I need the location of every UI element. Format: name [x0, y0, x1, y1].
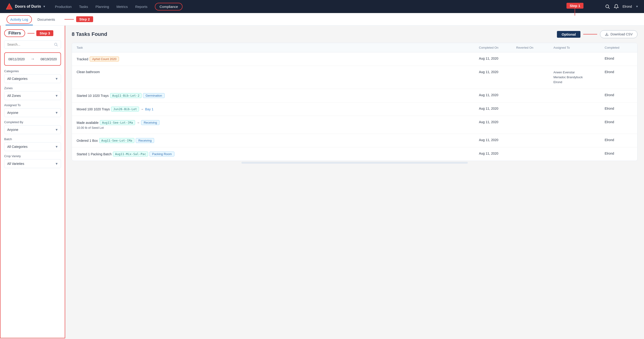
download-icon: [605, 32, 608, 36]
tab-activity-log[interactable]: Activity Log: [6, 14, 33, 26]
crop-variety-label: Crop Variety: [4, 154, 61, 158]
crop-variety-select-wrapper: All Varieties ▼: [4, 159, 61, 168]
nav-production[interactable]: Production: [55, 4, 72, 10]
assigned-to-filter: Assigned To Anyone ▼: [4, 104, 61, 117]
table-row: Clean bathroom Aug 11, 2020 Arwen Evenst…: [72, 66, 637, 89]
optional-badge: Optional: [557, 31, 580, 38]
date-from[interactable]: 08/11/2020: [8, 57, 25, 61]
batch-label: Batch: [4, 137, 61, 141]
task-tag-zone[interactable]: Receiving: [141, 120, 160, 125]
assigned-to-select[interactable]: Anyone: [4, 108, 61, 117]
completed-by-select[interactable]: Anyone: [4, 125, 61, 134]
zones-filter: Zones All Zones ▼: [4, 86, 61, 100]
task-cell: Clean bathroom: [76, 70, 479, 74]
search-input[interactable]: [7, 42, 54, 46]
search-icon[interactable]: [605, 4, 610, 9]
completed-on-cell: Aug 11, 2020: [479, 93, 516, 97]
completed-on-cell: Aug 11, 2020: [479, 138, 516, 142]
download-csv-label: Download CSV: [610, 32, 632, 36]
task-subtext: 10.00 lb of Seed Lot: [76, 126, 479, 130]
app-dropdown-icon[interactable]: ▼: [43, 5, 46, 8]
content-area: 8 Tasks Found Optional Download CSV: [65, 26, 644, 338]
task-text: Moved 100 1020 Trays: [76, 107, 110, 111]
batch-select-wrapper: All Categories ▼: [4, 142, 61, 151]
task-text: Made available: [76, 121, 98, 124]
task-cell: Tracked Aphid Count 2020: [76, 56, 479, 62]
main-layout: Filters Step 3 08/11/2020 → 08/19/2020 C…: [0, 26, 644, 338]
task-text: Ordered 1 Box: [76, 139, 98, 142]
batch-filter: Batch All Categories ▼: [4, 137, 61, 151]
step3-badge: Step 3: [36, 30, 53, 36]
zones-select-wrapper: All Zones ▼: [4, 91, 61, 100]
task-tag-batch[interactable]: Aug11-See-Lot-[Ma: [99, 138, 134, 143]
task-text: Tracked: [76, 57, 88, 61]
nav-compliance[interactable]: Compliance: [155, 3, 182, 10]
task-cell: Ordered 1 Box Aug11-See-Lot-[Ma Receivin…: [76, 138, 479, 143]
task-tag-batch[interactable]: Aug11-See-Lot-[Ma: [100, 120, 135, 125]
task-text: Started 1 Packing Batch: [76, 152, 112, 156]
search-box[interactable]: [4, 40, 61, 49]
assigned-to-label: Assigned To: [4, 104, 61, 107]
task-cell: Made available Aug11-See-Lot-[Ma → Recei…: [76, 120, 479, 130]
step2-badge: Step 2: [76, 16, 93, 22]
task-tag-zone[interactable]: Packing Room: [150, 152, 174, 156]
nav-right: Elrond ▼: [605, 4, 638, 9]
task-tag-batch[interactable]: Aug11-Mix-Sal-Pac: [113, 152, 148, 156]
nav-planning[interactable]: Planning: [96, 4, 109, 10]
bell-icon[interactable]: [614, 4, 619, 9]
completed-by-cell: Elrond: [605, 120, 632, 124]
task-text: Started 10 1020 Trays: [76, 94, 109, 98]
content-header: 8 Tasks Found Optional Download CSV: [72, 30, 638, 38]
zones-label: Zones: [4, 86, 61, 90]
task-tag-zone[interactable]: Receiving: [136, 138, 154, 143]
nav-tasks[interactable]: Tasks: [79, 4, 88, 10]
task-cell: Started 10 1020 Trays Aug11-Bib-Let-2 Ge…: [76, 93, 479, 98]
col-task: Task: [76, 46, 479, 49]
app-name: Doors of Durin: [15, 4, 41, 8]
table-row: Moved 100 1020 Trays Jun26-Bib-Let → Bay…: [72, 102, 637, 116]
zones-select[interactable]: All Zones: [4, 91, 61, 100]
assigned-to-cell: Arwen EvenstarMeriadoc BrandybuckElrond: [554, 70, 605, 84]
task-tag-aphid[interactable]: Aphid Count 2020: [90, 56, 119, 62]
task-tag-batch[interactable]: Jun26-Bib-Let: [111, 107, 139, 112]
arrow-icon: →: [140, 107, 144, 111]
tab-documents[interactable]: Documents: [33, 14, 60, 26]
tasks-found-label: 8 Tasks Found: [72, 31, 107, 37]
task-tag-zone[interactable]: Germination: [143, 93, 164, 98]
batch-select[interactable]: All Categories: [4, 142, 61, 151]
date-range-box: 08/11/2020 → 08/19/2020: [4, 52, 61, 66]
nav-links: Production Tasks Planning Metrics Report…: [55, 3, 605, 10]
arrow-icon: →: [136, 121, 140, 124]
app-logo[interactable]: Doors of Durin ▼: [6, 3, 46, 10]
table-row: Tracked Aphid Count 2020 Aug 11, 2020 El…: [72, 52, 637, 66]
task-cell: Started 1 Packing Batch Aug11-Mix-Sal-Pa…: [76, 152, 479, 156]
tabs-bar: Activity Log Documents Step 2: [0, 13, 644, 26]
nav-metrics[interactable]: Metrics: [116, 4, 128, 10]
horizontal-scrollbar[interactable]: [242, 162, 468, 164]
download-csv-button[interactable]: Download CSV: [600, 30, 638, 38]
completed-on-cell: Aug 11, 2020: [479, 152, 516, 155]
completed-by-cell: Elrond: [605, 152, 632, 155]
svg-line-5: [56, 45, 58, 46]
crop-variety-select[interactable]: All Varieties: [4, 159, 61, 168]
table-row: Made available Aug11-See-Lot-[Ma → Recei…: [72, 116, 637, 134]
categories-select[interactable]: All Categories: [4, 74, 61, 83]
completed-by-cell: Elrond: [605, 70, 632, 74]
date-to[interactable]: 08/19/2020: [40, 57, 57, 61]
user-menu[interactable]: Elrond: [622, 5, 632, 8]
categories-select-wrapper: All Categories ▼: [4, 74, 61, 83]
nav-reports[interactable]: Reports: [135, 4, 148, 10]
task-tag-batch[interactable]: Aug11-Bib-Let-2: [110, 93, 142, 98]
task-cell: Moved 100 1020 Trays Jun26-Bib-Let → Bay…: [76, 107, 479, 112]
svg-point-4: [54, 43, 57, 46]
completed-by-select-wrapper: Anyone ▼: [4, 125, 61, 134]
completed-by-cell: Elrond: [605, 93, 632, 97]
col-assigned-to: Assigned To: [554, 46, 605, 49]
completed-by-label: Completed By: [4, 120, 61, 124]
completed-by-filter: Completed By Anyone ▼: [4, 120, 61, 134]
user-dropdown-icon[interactable]: ▼: [636, 5, 638, 8]
task-tag-zone[interactable]: Bay 1: [145, 107, 154, 111]
table-row: Started 10 1020 Trays Aug11-Bib-Let-2 Ge…: [72, 89, 637, 102]
table-header-row: Task Completed On Reverted On Assigned T…: [72, 43, 637, 52]
date-arrow-icon: →: [30, 56, 35, 62]
